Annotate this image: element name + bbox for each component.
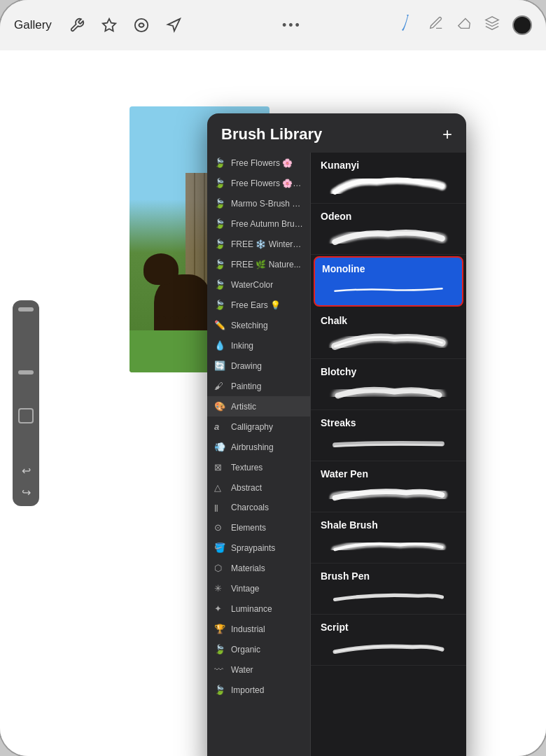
cat-materials[interactable]: ⬡ Materials <box>207 558 310 578</box>
cat-label-inking: Inking <box>231 341 253 351</box>
cat-icon-free-flowers: 🍃 <box>214 158 225 168</box>
cat-icon-calligraphy: a <box>214 421 225 432</box>
redo-button[interactable]: ↪ <box>22 486 31 499</box>
cat-organic[interactable]: 🍃 Organic <box>207 639 310 659</box>
brush-name-water-pen: Water Pen <box>321 468 456 479</box>
brush-item-script[interactable]: Script <box>311 615 466 666</box>
brush-library-panel: Brush Library + 🍃 Free Flowers 🌸 🍃 Free … <box>207 113 466 756</box>
top-bar: Gallery <box>0 0 546 50</box>
add-brush-button[interactable]: + <box>442 125 452 144</box>
cat-icon-watercolor: 🍃 <box>214 279 225 290</box>
svg-point-0 <box>135 19 148 31</box>
cat-imported[interactable]: 🍃 Imported <box>207 680 310 700</box>
brush-name-chalk: Chalk <box>321 315 456 326</box>
wrench-icon[interactable] <box>66 14 88 36</box>
size-slider-handle[interactable] <box>18 370 34 374</box>
cat-drawing[interactable]: 🔄 Drawing <box>207 356 310 376</box>
brush-item-blotchy[interactable]: Blotchy <box>311 359 466 410</box>
smudge-tool-icon[interactable] <box>428 15 444 35</box>
cat-icon-free-ears: 🍃 <box>214 300 225 310</box>
modifier-square[interactable] <box>18 408 34 424</box>
cat-vintage[interactable]: ✳ Vintage <box>207 578 310 598</box>
cat-label-free-nature: FREE 🌿 Nature... <box>231 260 301 270</box>
brush-stroke-odeon <box>321 225 456 250</box>
eraser-tool-icon[interactable] <box>456 15 472 35</box>
brush-item-chalk[interactable]: Chalk <box>311 308 466 359</box>
brush-item-monoline[interactable]: Monoline <box>314 256 463 307</box>
cat-spraypaints[interactable]: 🪣 Spraypaints <box>207 538 310 558</box>
top-bar-center: ••• <box>185 18 399 33</box>
cat-watercolor[interactable]: 🍃 WaterColor <box>207 274 310 295</box>
navigation-icon[interactable] <box>162 14 185 36</box>
cat-icon-organic: 🍃 <box>214 644 225 654</box>
cat-label-marmo: Marmo S-Brush Pack <box>231 199 303 209</box>
cat-icon-charcoals: ||| <box>214 504 225 512</box>
cat-icon-spraypaints: 🪣 <box>214 542 225 553</box>
cat-free-nature[interactable]: 🍃 FREE 🌿 Nature... <box>207 254 310 274</box>
brush-item-odeon[interactable]: Odeon <box>311 204 466 255</box>
cat-icon-sketching: ✏️ <box>214 320 225 330</box>
cat-icon-airbrushing: 💨 <box>214 442 225 452</box>
brush-stroke-blotchy <box>321 380 456 405</box>
opacity-slider-handle[interactable] <box>18 307 34 312</box>
cat-icon-freeflowers-v2: 🍃 <box>214 178 225 188</box>
brush-item-streaks[interactable]: Streaks <box>311 410 466 461</box>
canvas-area: ↩ ↪ Brush Library + 🍃 Free Flowers 🌸 🍃 <box>0 50 546 756</box>
brush-list: Kunanyi Odeon <box>311 153 466 756</box>
undo-button[interactable]: ↩ <box>22 464 31 477</box>
cat-label-abstract: Abstract <box>231 483 262 493</box>
cat-label-charcoals: Charcoals <box>231 503 269 512</box>
dots-icon[interactable]: ••• <box>282 18 302 33</box>
cat-free-flowers[interactable]: 🍃 Free Flowers 🌸 <box>207 153 310 173</box>
brush-tool-icon[interactable] <box>399 13 416 37</box>
brush-name-script: Script <box>321 622 456 633</box>
brush-item-shale-brush[interactable]: Shale Brush <box>311 512 466 564</box>
magic-icon[interactable] <box>98 14 120 36</box>
cat-label-spraypaints: Spraypaints <box>231 543 275 553</box>
cat-free-flowers-v2[interactable]: 🍃 Free Flowers 🌸 V.2 <box>207 173 310 193</box>
cat-inking[interactable]: 💧 Inking <box>207 335 310 356</box>
cat-textures[interactable]: ⊠ Textures <box>207 457 310 477</box>
cat-free-autumn[interactable]: 🍃 Free Autumn Brushes... <box>207 214 310 234</box>
brush-item-brush-pen[interactable]: Brush Pen <box>311 564 466 615</box>
brush-stroke-script <box>321 636 456 661</box>
cat-luminance[interactable]: ✦ Luminance <box>207 598 310 619</box>
cat-elements[interactable]: ⊙ Elements <box>207 517 310 538</box>
panel-header: Brush Library + <box>207 113 466 153</box>
cat-water[interactable]: 〰 Water <box>207 659 310 680</box>
cat-free-ears[interactable]: 🍃 Free Ears 💡 <box>207 295 310 315</box>
svg-marker-1 <box>168 19 180 31</box>
brush-item-water-pen[interactable]: Water Pen <box>311 461 466 512</box>
cat-label-free-autumn: Free Autumn Brushes... <box>231 219 303 229</box>
brush-name-brush-pen: Brush Pen <box>321 570 456 582</box>
brush-item-kunanyi[interactable]: Kunanyi <box>311 153 466 204</box>
cat-icon-free-winter: 🍃 <box>214 239 225 249</box>
brush-stroke-kunanyi <box>321 174 456 199</box>
cat-label-free-winter: FREE ❄️ Winter N... <box>231 239 303 249</box>
color-swatch[interactable] <box>512 15 532 35</box>
cat-abstract[interactable]: △ Abstract <box>207 477 310 498</box>
cat-label-elements: Elements <box>231 523 266 533</box>
cat-calligraphy[interactable]: a Calligraphy <box>207 416 310 437</box>
cat-icon-luminance: ✦ <box>214 603 225 614</box>
cat-airbrushing[interactable]: 💨 Airbrushing <box>207 437 310 457</box>
cat-icon-textures: ⊠ <box>214 462 225 472</box>
cat-label-watercolor: WaterColor <box>231 280 273 290</box>
cat-icon-water: 〰 <box>214 664 225 675</box>
cat-label-free-flowers: Free Flowers 🌸 <box>231 158 293 168</box>
cat-label-organic: Organic <box>231 645 260 654</box>
cat-sketching[interactable]: ✏️ Sketching <box>207 315 310 335</box>
cat-label-materials: Materials <box>231 564 265 573</box>
cat-artistic[interactable]: 🎨 Artistic <box>207 396 310 416</box>
cat-icon-marmo: 🍃 <box>214 198 225 209</box>
cat-painting[interactable]: 🖌 Painting <box>207 376 310 396</box>
layers-icon[interactable] <box>484 15 500 35</box>
cat-charcoals[interactable]: ||| Charcoals <box>207 498 310 517</box>
cat-marmo[interactable]: 🍃 Marmo S-Brush Pack <box>207 193 310 214</box>
smudge-icon[interactable] <box>130 14 153 36</box>
cat-label-painting: Painting <box>231 382 261 391</box>
cat-label-artistic: Artistic <box>231 402 256 412</box>
gallery-button[interactable]: Gallery <box>14 18 52 32</box>
cat-industrial[interactable]: 🏆 Industrial <box>207 619 310 639</box>
cat-free-winter[interactable]: 🍃 FREE ❄️ Winter N... <box>207 234 310 254</box>
